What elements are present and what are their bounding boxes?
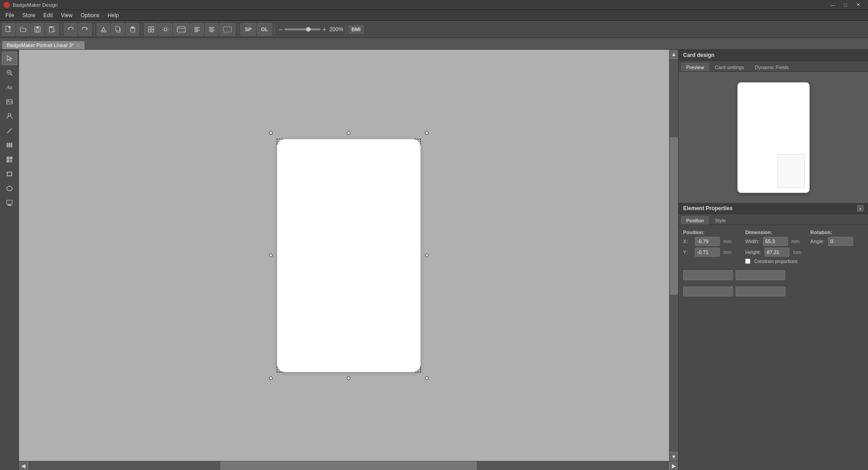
tab-dynamic-fields[interactable]: Dynamic Fields xyxy=(750,63,794,71)
cut-button[interactable] xyxy=(97,23,110,36)
handle-bottom-center[interactable] xyxy=(347,376,350,380)
menu-help[interactable]: Help xyxy=(104,11,123,19)
grid-button[interactable] xyxy=(144,23,158,36)
text-tool-button[interactable]: Aa xyxy=(2,80,17,94)
height-input[interactable] xyxy=(764,248,789,257)
position-x-row: X: mm xyxy=(683,237,736,246)
canvas-area[interactable]: ◀ ▶ ▲ ▼ xyxy=(19,50,678,470)
portrait-tool-button[interactable] xyxy=(2,109,17,123)
redo-button[interactable] xyxy=(78,23,92,36)
menu-edit[interactable]: Edit xyxy=(40,11,57,19)
svg-point-9 xyxy=(101,30,103,32)
position-section: Position: X: mm Y: mm xyxy=(683,230,736,264)
rect-tool-button[interactable] xyxy=(2,167,17,181)
action-buttons-row-1 xyxy=(683,270,863,280)
copy-button[interactable] xyxy=(111,23,125,36)
zoom-plus-icon[interactable]: + xyxy=(322,26,326,33)
handle-top-center[interactable] xyxy=(347,131,350,135)
zoom-minus-icon[interactable]: − xyxy=(279,26,283,33)
svg-rect-61 xyxy=(8,205,11,206)
svg-rect-44 xyxy=(8,143,9,147)
menu-file[interactable]: File xyxy=(2,11,18,19)
scroll-up-button[interactable]: ▲ xyxy=(670,50,678,59)
svg-rect-53 xyxy=(7,160,9,162)
constrain-checkbox[interactable] xyxy=(745,258,750,264)
expand-button[interactable]: ▲ xyxy=(857,205,863,212)
save-button[interactable] xyxy=(31,23,44,36)
x-input[interactable] xyxy=(695,237,720,246)
handle-middle-left[interactable] xyxy=(269,254,273,257)
card-design-header: Card design xyxy=(679,50,868,61)
v-scroll-thumb[interactable] xyxy=(670,137,678,295)
undo-button[interactable] xyxy=(64,23,77,36)
zoom-slider[interactable] xyxy=(284,28,321,30)
horizontal-scrollbar[interactable]: ◀ ▶ xyxy=(19,461,678,470)
position-y-row: Y: mm xyxy=(683,248,736,257)
action-button-2[interactable] xyxy=(736,270,785,280)
scroll-down-button[interactable]: ▼ xyxy=(670,452,678,461)
minimize-button[interactable]: — xyxy=(826,0,839,10)
tab-position[interactable]: Position xyxy=(681,216,709,225)
element-properties-header: Element Properties ▲ xyxy=(679,203,868,214)
tab-close-button[interactable]: ✕ xyxy=(76,43,80,48)
align-center-button[interactable] xyxy=(205,23,218,36)
tab-preview[interactable]: Preview xyxy=(681,63,709,71)
maximize-button[interactable]: □ xyxy=(839,0,852,10)
handle-middle-right[interactable] xyxy=(425,254,429,257)
h-scroll-thumb[interactable] xyxy=(220,461,476,470)
svg-rect-16 xyxy=(132,27,134,28)
svg-rect-17 xyxy=(148,27,151,29)
handle-top-right[interactable] xyxy=(425,131,429,135)
h-scroll-track[interactable] xyxy=(28,461,669,470)
vertical-scrollbar[interactable]: ▲ ▼ xyxy=(669,50,678,461)
paste-button[interactable] xyxy=(126,23,139,36)
tab-style[interactable]: Style xyxy=(710,216,731,225)
action-button-4[interactable] xyxy=(736,287,785,296)
v-scroll-track[interactable] xyxy=(670,59,678,452)
sp-button[interactable]: SP xyxy=(241,23,256,36)
image-tool-button[interactable] xyxy=(2,95,17,108)
action-buttons-row-2 xyxy=(683,287,863,296)
card-back-button[interactable] xyxy=(219,23,236,36)
svg-point-22 xyxy=(163,27,168,32)
card-back-tool-button[interactable] xyxy=(2,196,17,210)
app-title: BadgeMaker Design xyxy=(13,2,58,8)
save-as-button[interactable] xyxy=(45,23,59,36)
barcode-tool-button[interactable] xyxy=(2,138,17,152)
tab-card-settings[interactable]: Card settings xyxy=(710,63,749,71)
svg-rect-3 xyxy=(36,30,39,32)
align-left-button[interactable] xyxy=(190,23,204,36)
open-button[interactable] xyxy=(16,23,30,36)
close-button[interactable]: ✕ xyxy=(852,0,864,10)
menu-store[interactable]: Store xyxy=(19,11,39,19)
handle-top-left[interactable] xyxy=(269,131,273,135)
new-button[interactable] xyxy=(2,23,15,36)
ellipse-tool-button[interactable] xyxy=(2,182,17,195)
card-front-button[interactable] xyxy=(173,23,189,36)
separator-3 xyxy=(142,24,142,35)
svg-point-40 xyxy=(8,100,9,101)
settings-button[interactable] xyxy=(159,23,172,36)
svg-rect-58 xyxy=(7,172,12,176)
handle-bottom-right[interactable] xyxy=(425,376,429,380)
angle-input[interactable] xyxy=(828,237,853,246)
y-input[interactable] xyxy=(695,248,720,257)
line-tool-button[interactable] xyxy=(2,124,17,137)
menu-options[interactable]: Options xyxy=(77,11,103,19)
zoom-slider-thumb[interactable] xyxy=(306,27,311,32)
zoom-tool-button[interactable] xyxy=(2,66,17,80)
select-tool-button[interactable] xyxy=(2,52,17,65)
svg-rect-47 xyxy=(11,143,12,147)
qr-tool-button[interactable] xyxy=(2,153,17,166)
document-tab[interactable]: BadgeMaker Portrait Linear 3* ✕ xyxy=(2,41,85,49)
action-button-1[interactable] xyxy=(683,270,733,280)
width-input[interactable] xyxy=(763,237,788,246)
scroll-right-button[interactable]: ▶ xyxy=(669,461,678,470)
handle-bottom-left[interactable] xyxy=(269,376,273,380)
scroll-left-button[interactable]: ◀ xyxy=(19,461,28,470)
constrain-label: Constrain proportions xyxy=(754,259,797,264)
action-button-3[interactable] xyxy=(683,287,733,296)
menu-view[interactable]: View xyxy=(57,11,76,19)
ol-button[interactable]: OL xyxy=(257,23,272,36)
bmi-button[interactable]: BMI xyxy=(348,25,363,33)
